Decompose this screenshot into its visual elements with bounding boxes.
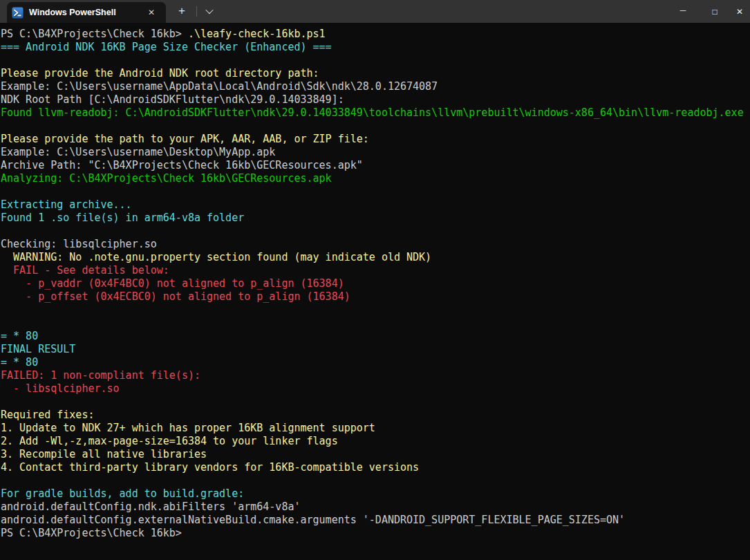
tab-dropdown-button[interactable] (200, 2, 219, 20)
terminal-line (1, 474, 750, 487)
maximize-button[interactable]: □ (699, 0, 731, 23)
terminal-line: Archive Path: "C:\B4XProjects\Check 16kb… (1, 159, 750, 172)
terminal-line: 1. Update to NDK 27+ which has proper 16… (1, 422, 750, 435)
terminal-line (1, 225, 750, 238)
terminal-line: Checking: libsqlcipher.so (1, 238, 750, 251)
maximize-icon: □ (712, 7, 717, 17)
terminal-line: - p_offset (0x4ECBC0) not aligned to p_a… (1, 290, 750, 304)
terminal-line: PS C:\B4XProjects\Check 16kb> (1, 527, 750, 540)
terminal-line: 4. Contact third-party library vendors f… (1, 461, 750, 474)
terminal-line: - p_vaddr (0x4F4BC0) not aligned to p_al… (1, 277, 750, 290)
terminal-line: WARNING: No .note.gnu.property section f… (1, 251, 750, 264)
new-tab-button[interactable]: + (171, 2, 192, 20)
terminal-line: Found 1 .so file(s) in arm64-v8a folder (1, 212, 750, 225)
title-bar: Windows PowerShell ✕ + ─ □ ✕ (0, 0, 750, 23)
terminal-line: NDK Root Path [C:\AndroidSDKFlutter\ndk\… (1, 93, 750, 106)
terminal-line: Analyzing: C:\B4XProjects\Check 16kb\GEC… (1, 172, 750, 185)
tab-windows-powershell[interactable]: Windows PowerShell ✕ (7, 2, 166, 23)
terminal-line: 3. Recompile all native libraries (1, 448, 750, 461)
terminal-line: Please provide the Android NDK root dire… (1, 67, 750, 80)
terminal-line: android.defaultConfig.externalNativeBuil… (1, 514, 750, 527)
chevron-down-icon (205, 6, 213, 14)
terminal-line (1, 185, 750, 198)
powershell-icon (12, 7, 24, 19)
terminal-line: FAIL - See details below: (1, 264, 750, 277)
terminal-window: Windows PowerShell ✕ + ─ □ ✕ PS C:\B4XPr… (0, 0, 750, 560)
terminal-line (1, 54, 750, 67)
terminal-line: Example: C:\Users\username\Desktop\MyApp… (1, 146, 750, 159)
terminal-line (1, 304, 750, 317)
close-button[interactable]: ✕ (731, 0, 750, 23)
terminal-line: === Android NDK 16KB Page Size Checker (… (1, 41, 750, 54)
terminal-line: = * 80 (1, 330, 750, 343)
title-bar-drag-area (219, 0, 667, 23)
terminal-line: FAILED: 1 non-compliant file(s): (1, 369, 750, 382)
terminal-line (1, 395, 750, 409)
tab-close-button[interactable]: ✕ (144, 5, 159, 20)
terminal-line: FINAL RESULT (1, 343, 750, 356)
terminal-line: 2. Add -Wl,-z,max-page-size=16384 to you… (1, 435, 750, 448)
terminal-line (1, 120, 750, 133)
terminal-output[interactable]: PS C:\B4XProjects\Check 16kb> .\leafy-ch… (0, 23, 750, 560)
terminal-line: Example: C:\Users\username\AppData\Local… (1, 80, 750, 93)
terminal-line: android.defaultConfig.ndk.abiFilters 'ar… (1, 501, 750, 514)
minimize-button[interactable]: ─ (667, 0, 699, 23)
terminal-line: For gradle builds, add to build.gradle: (1, 487, 750, 501)
terminal-line: Please provide the path to your APK, AAR… (1, 133, 750, 146)
terminal-line: PS C:\B4XProjects\Check 16kb> .\leafy-ch… (1, 28, 750, 41)
terminal-line: Extracting archive... (1, 198, 750, 212)
close-icon: ✕ (736, 7, 743, 17)
minimize-icon: ─ (680, 6, 686, 15)
terminal-line: Found llvm-readobj: C:\AndroidSDKFlutter… (1, 106, 750, 120)
tab-title: Windows PowerShell (29, 8, 144, 17)
terminal-line: Required fixes: (1, 409, 750, 422)
terminal-line: - libsqlcipher.so (1, 382, 750, 395)
tab-bar-divider (196, 6, 197, 17)
terminal-line (1, 317, 750, 330)
terminal-line: = * 80 (1, 356, 750, 369)
